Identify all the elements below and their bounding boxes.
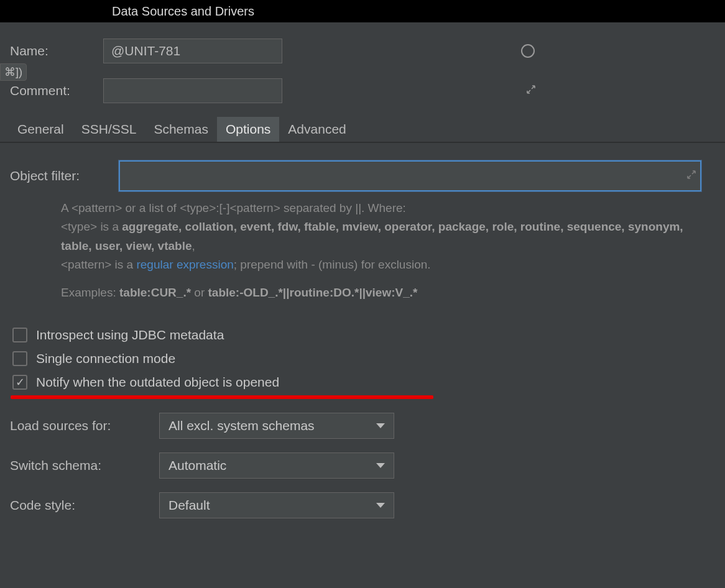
load-sources-select[interactable]: All excl. system schemas (159, 413, 394, 439)
color-indicator-icon[interactable] (521, 44, 535, 58)
regex-link[interactable]: regular expression (136, 258, 233, 271)
object-filter-label: Object filter: (10, 168, 119, 183)
load-sources-value: All excl. system schemas (169, 418, 315, 433)
tab-ssh-ssl[interactable]: SSH/SSL (73, 117, 145, 142)
code-style-value: Default (169, 498, 210, 513)
load-sources-label: Load sources for: (10, 418, 159, 433)
notify-outdated-label: Notify when the outdated object is opene… (36, 375, 279, 390)
code-style-select[interactable]: Default (159, 492, 394, 518)
comment-label: Comment: (10, 83, 103, 98)
code-style-label: Code style: (10, 498, 159, 513)
name-input[interactable] (103, 39, 282, 63)
chevron-down-icon (376, 463, 385, 468)
chevron-down-icon (376, 423, 385, 428)
tab-general[interactable]: General (9, 117, 73, 142)
name-label: Name: (10, 44, 103, 58)
tab-options[interactable]: Options (217, 117, 279, 142)
switch-schema-value: Automatic (169, 458, 226, 473)
shortcut-hint: ⌘]) (0, 63, 27, 81)
tab-bar: General SSH/SSL Schemas Options Advanced (0, 117, 725, 143)
chevron-down-icon (376, 503, 385, 508)
highlight-underline (11, 395, 433, 399)
switch-schema-select[interactable]: Automatic (159, 452, 394, 479)
tab-advanced[interactable]: Advanced (279, 117, 354, 142)
expand-icon[interactable] (526, 85, 536, 97)
filter-help-text: A <pattern> or a list of <type>:[-]<patt… (61, 199, 714, 302)
notify-outdated-checkbox[interactable]: ✓ (12, 375, 27, 390)
single-connection-label: Single connection mode (36, 351, 175, 366)
introspect-checkbox[interactable] (12, 328, 27, 342)
window-title: Data Sources and Drivers (0, 0, 725, 22)
single-connection-checkbox[interactable] (12, 351, 27, 366)
object-filter-input[interactable] (119, 160, 701, 191)
tab-schemas[interactable]: Schemas (145, 117, 217, 142)
switch-schema-label: Switch schema: (10, 458, 159, 473)
comment-input[interactable] (103, 78, 282, 103)
introspect-label: Introspect using JDBC metadata (36, 328, 224, 342)
expand-icon[interactable] (686, 170, 696, 182)
